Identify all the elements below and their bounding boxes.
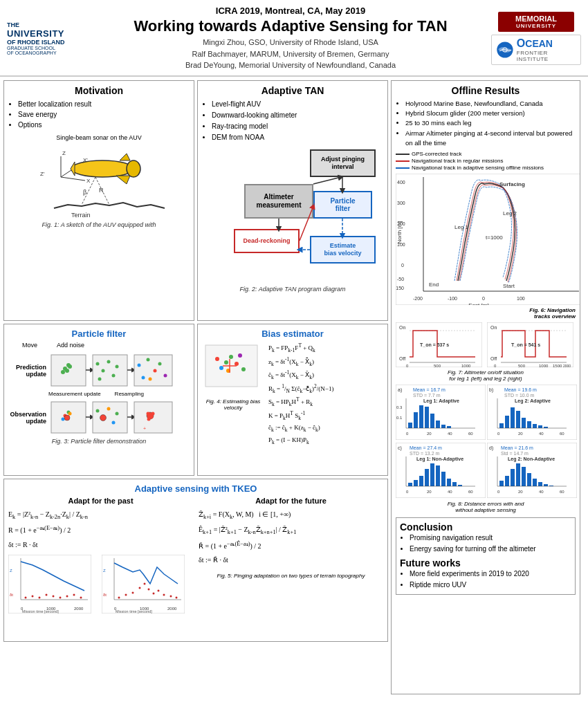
svg-text:2000: 2000 <box>74 607 84 611</box>
svg-rect-138 <box>516 463 520 486</box>
svg-text:Start: Start <box>503 283 515 289</box>
paper-title: Working towards Adaptive Sensing for TAN <box>90 17 491 35</box>
fig5-caption: Fig. 5: Pinging adaptation on two types … <box>199 573 383 579</box>
past-formulas: Ek = |Z²k-n − Zk-2n·Zk| / Zk-n R = (1 + … <box>8 508 193 552</box>
svg-text:-50: -50 <box>397 277 404 281</box>
svg-point-210 <box>25 596 27 598</box>
motivation-panel: Motivation Better localization result Sa… <box>3 80 194 321</box>
svg-rect-141 <box>533 479 537 486</box>
future-item-2: Riptide micro UUV <box>410 580 571 591</box>
svg-point-172 <box>142 376 145 380</box>
fig6-caption: Fig. 6: Navigationtracks overview <box>396 307 576 320</box>
svg-rect-76 <box>425 407 429 428</box>
tan-item-3: Ray-tracing model <box>212 121 383 132</box>
ocean-frontier-logo: O CEAN FRONTIER INSTITUTE <box>491 35 581 65</box>
svg-text:300: 300 <box>397 201 405 205</box>
svg-rect-116 <box>419 476 423 486</box>
past-title: Adapt for the past <box>8 497 193 505</box>
future-title: Adapt for the future <box>199 497 383 505</box>
svg-text:b): b) <box>489 387 493 393</box>
future-item-1: More field experiments in 2019 to 2020 <box>410 569 571 580</box>
svg-line-19 <box>313 177 341 184</box>
svg-text:T_on = 541 s: T_on = 541 s <box>511 342 540 347</box>
svg-text:Z: Z <box>10 569 12 573</box>
svg-rect-75 <box>419 405 423 428</box>
svg-text:20: 20 <box>427 432 432 436</box>
svg-text:-150: -150 <box>396 286 404 290</box>
auv-sketch: Single-beam sonar on the AUV X' X Z Z' <box>8 134 190 228</box>
svg-point-162 <box>107 360 111 364</box>
svg-point-156 <box>65 369 69 373</box>
svg-text:R: R <box>99 187 104 194</box>
motivation-item-3: Options <box>18 120 190 130</box>
svg-text:40: 40 <box>448 432 452 436</box>
legend-adaptive: Navigational track in adaptive sensing o… <box>396 165 576 171</box>
svg-text:60: 60 <box>468 432 473 436</box>
tan-item-4: DEM from NOAA <box>212 132 383 143</box>
offline-legend: GPS-corrected track Navigational track i… <box>396 151 576 171</box>
svg-rect-97 <box>516 411 520 428</box>
adjust-pinging-box: Adjust pinginginterval <box>310 149 376 177</box>
memorial-logo: MEMORIAL UNIVERSITY <box>498 12 574 32</box>
svg-text:Leg 1: Non-Adaptive: Leg 1: Non-Adaptive <box>416 456 463 462</box>
hist-d: d) Mean = 21.6 m Std = 14.7 m 0 20 <box>487 443 577 499</box>
particle-filter-title: Particle filter <box>8 329 190 339</box>
svg-rect-78 <box>436 421 440 428</box>
offline-title: Offline Results <box>396 85 576 96</box>
motivation-item-2: Save energy <box>18 109 190 120</box>
move-label: Move <box>22 342 37 349</box>
pf-observation-svg: + <box>48 398 179 436</box>
motivation-title: Motivation <box>8 85 190 96</box>
svg-point-171 <box>158 362 162 366</box>
legend-regular: Navigational track in regular missions <box>396 158 576 164</box>
particle-filter-box: Particlefilter <box>313 191 372 219</box>
svg-point-183 <box>96 409 100 413</box>
uri-grad: GRADUATE SCHOOL <box>7 46 90 50</box>
conclusion-list: Promising navigation result Energy savin… <box>400 533 571 555</box>
pf-meas-labels: Measurement update Resampling <box>8 391 190 397</box>
bias-formulas: Pk = FPk-1FT + Qk zk = δt-1(Xk − X̄k) ĉk… <box>268 342 333 447</box>
svg-text:Mean = 27.4 m: Mean = 27.4 m <box>410 445 442 450</box>
svg-rect-99 <box>527 421 531 428</box>
svg-point-187 <box>116 412 119 416</box>
svg-point-211 <box>32 595 34 597</box>
motivation-list: Better localization result Save energy O… <box>8 99 190 130</box>
svg-point-230 <box>132 591 134 593</box>
fig1-caption: Fig. 1: A sketch of the AUV equipped wit… <box>8 221 190 228</box>
svg-text:Off: Off <box>490 356 497 361</box>
svg-text:STD = 10.0 m: STD = 10.0 m <box>504 393 535 398</box>
svg-point-237 <box>170 595 172 597</box>
sonar-label: Single-beam sonar on the AUV <box>8 134 190 141</box>
adapt-future: Adapt for the future Ẑk+i = F(Xk, W, M) … <box>199 497 383 613</box>
svg-text:Leg 2: Adaptive: Leg 2: Adaptive <box>515 398 551 404</box>
svg-point-178 <box>62 418 65 421</box>
svg-rect-167 <box>134 355 172 386</box>
svg-text:d): d) <box>489 445 493 451</box>
svg-text:100: 100 <box>517 296 525 301</box>
svg-rect-123 <box>458 485 462 486</box>
svg-point-163 <box>112 374 116 378</box>
header: THE UNIVERSITY OF RHODE ISLAND GRADUATE … <box>0 0 588 77</box>
svg-point-180 <box>68 412 72 416</box>
formula-1: zk = δt-1(Xk − X̄k) <box>268 356 333 369</box>
svg-text:β: β <box>83 189 86 196</box>
svg-text:Off: Off <box>399 356 405 361</box>
conclusion-title: Conclusion <box>400 521 571 533</box>
svg-point-198 <box>229 355 233 359</box>
svg-point-217 <box>73 593 75 595</box>
svg-rect-101 <box>538 425 542 428</box>
svg-rect-102 <box>544 427 548 428</box>
ek-formula: Ek = |Z²k-n − Zk-2n·Zk| / Zk-n <box>8 508 193 524</box>
svg-rect-140 <box>527 473 531 486</box>
svg-point-215 <box>59 596 62 598</box>
svg-point-186 <box>112 421 116 425</box>
svg-text:X: X <box>86 178 91 184</box>
svg-rect-139 <box>522 467 526 486</box>
svg-rect-96 <box>511 407 515 428</box>
auv-diagram: X' X Z Z' R β Terrain <box>19 142 178 219</box>
svg-text:Mean = 16.7 m: Mean = 16.7 m <box>413 387 445 392</box>
offline-item-4: Airmar Altimeter pinging at 4-second int… <box>405 129 576 149</box>
author-3: Brad DeYoung, Memorial University of New… <box>90 59 491 71</box>
adaptive-tan-list: Level-flight AUV Downward-looking altime… <box>202 99 383 143</box>
adaptive-tan-panel: Adaptive TAN Level-flight AUV Downward-l… <box>197 80 388 321</box>
